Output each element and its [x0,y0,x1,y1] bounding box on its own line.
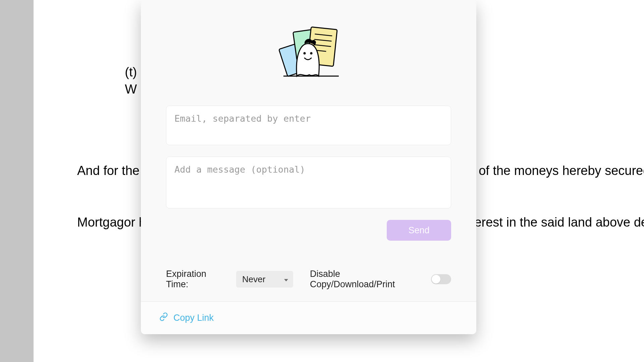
link-icon [159,312,168,323]
clause-letter: (t) [125,64,137,81]
svg-point-9 [310,52,313,55]
clause-start: W [125,82,137,96]
disable-copy-toggle[interactable] [431,274,451,284]
expiration-select[interactable]: Never [236,271,293,288]
ghost-papers-icon [265,25,352,79]
message-input[interactable] [166,157,451,208]
share-modal: Send Expiration Time: Never Disable Copy… [141,0,476,334]
svg-point-8 [304,52,306,55]
doc-line: of the moneys hereby secured, t [479,162,644,179]
share-illustration [166,25,451,79]
disable-copy-label: Disable Copy/Download/Print [310,269,424,290]
expiration-label: Expiration Time: [166,269,229,290]
doc-line: erest in the said land above desc [474,214,644,231]
send-button[interactable]: Send [387,220,451,241]
email-input[interactable] [166,106,451,145]
copy-link-button[interactable]: Copy Link [159,312,214,323]
copy-link-label: Copy Link [173,313,214,323]
